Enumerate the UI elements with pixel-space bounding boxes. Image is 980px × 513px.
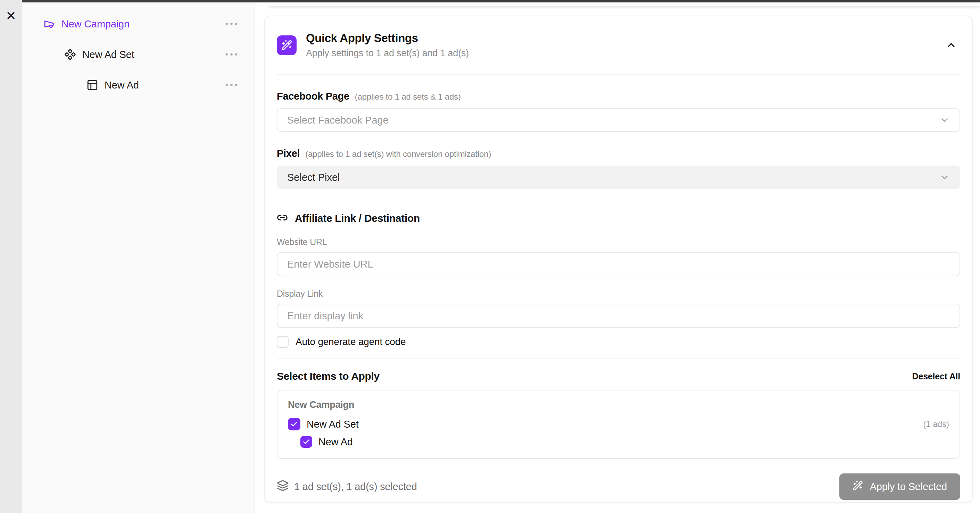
deselect-all-button[interactable]: Deselect All bbox=[912, 372, 960, 381]
selection-summary-text: 1 ad set(s), 1 ad(s) selected bbox=[294, 481, 417, 492]
pixel-label: Pixel bbox=[277, 148, 300, 159]
item-row-new-ad: New Ad bbox=[301, 436, 949, 448]
section-divider bbox=[277, 202, 960, 202]
item-label: New Ad Set bbox=[307, 419, 359, 430]
sidebar-item-new-ad-set[interactable]: New Ad Set ••• bbox=[22, 45, 255, 64]
display-link-input[interactable] bbox=[277, 304, 960, 328]
pixel-hint: (applies to 1 ad set(s) with conversion … bbox=[305, 149, 491, 159]
page-subtitle: Apply settings to 1 ad set(s) and 1 ad(s… bbox=[306, 48, 469, 59]
selection-summary: 1 ad set(s), 1 ad(s) selected bbox=[277, 480, 417, 494]
affiliate-section-heading: Affiliate Link / Destination bbox=[277, 212, 960, 225]
megaphone-icon bbox=[43, 18, 55, 30]
facebook-page-select-value: Select Facebook Page bbox=[287, 114, 388, 126]
select-items-title: Select Items to Apply bbox=[277, 370, 380, 382]
panel-header-text: Quick Apply Settings Apply settings to 1… bbox=[306, 32, 469, 59]
campaign-tree-sidebar: New Campaign ••• New Ad Set ••• New A bbox=[22, 2, 255, 513]
ad-menu-icon[interactable]: ••• bbox=[225, 80, 239, 90]
quick-apply-settings-panel: Quick Apply Settings Apply settings to 1… bbox=[264, 16, 973, 503]
app-root: ✕ New Campaign ••• New Ad Set ••• bbox=[0, 0, 980, 513]
new-ad-set-checkbox[interactable] bbox=[288, 418, 301, 430]
items-tree-box: New Campaign New Ad Set (1 ads) New Ad bbox=[277, 390, 960, 459]
sidebar-item-new-campaign[interactable]: New Campaign ••• bbox=[22, 14, 255, 34]
facebook-page-select[interactable]: Select Facebook Page bbox=[277, 108, 960, 132]
magic-wand-badge-icon bbox=[277, 35, 297, 55]
facebook-page-label: Facebook Page bbox=[277, 91, 349, 102]
auto-generate-label: Auto generate agent code bbox=[296, 336, 406, 348]
check-icon bbox=[290, 420, 298, 428]
close-icon[interactable]: ✕ bbox=[0, 8, 22, 24]
sidebar-item-new-ad[interactable]: New Ad ••• bbox=[22, 75, 255, 95]
chevron-up-icon bbox=[946, 40, 957, 51]
facebook-page-label-row: Facebook Page (applies to 1 ad sets & 1 … bbox=[277, 91, 960, 102]
panel-header: Quick Apply Settings Apply settings to 1… bbox=[277, 16, 960, 75]
component-icon bbox=[64, 49, 76, 60]
auto-generate-checkbox[interactable] bbox=[277, 336, 289, 348]
auto-generate-agent-code-row[interactable]: Auto generate agent code bbox=[277, 335, 960, 349]
item-row-new-ad-set: New Ad Set (1 ads) bbox=[288, 418, 949, 430]
ad-set-menu-icon[interactable]: ••• bbox=[225, 50, 239, 59]
select-items-header: Select Items to Apply Deselect All bbox=[277, 370, 960, 382]
affiliate-heading-text: Affiliate Link / Destination bbox=[295, 213, 420, 224]
item-label: New Ad bbox=[318, 436, 353, 448]
campaign-menu-icon[interactable]: ••• bbox=[225, 19, 239, 29]
chevron-down-icon bbox=[939, 172, 950, 183]
items-campaign-label: New Campaign bbox=[288, 400, 949, 410]
collapse-panel-button[interactable] bbox=[942, 36, 960, 54]
sidebar-item-label: New Ad Set bbox=[82, 49, 134, 60]
magic-wand-icon bbox=[853, 480, 863, 493]
page-title: Quick Apply Settings bbox=[306, 32, 469, 45]
top-dark-strip bbox=[22, 0, 980, 2]
display-link-label: Display Link bbox=[277, 289, 960, 299]
sheet-top-edge bbox=[269, 2, 980, 6]
layers-icon bbox=[277, 480, 289, 494]
new-ad-checkbox[interactable] bbox=[301, 436, 312, 448]
item-ads-count: (1 ads) bbox=[923, 419, 949, 429]
pixel-label-row: Pixel (applies to 1 ad set(s) with conve… bbox=[277, 148, 960, 159]
website-url-label: Website URL bbox=[277, 237, 960, 247]
panel-footer: 1 ad set(s), 1 ad(s) selected Apply to S… bbox=[277, 473, 960, 500]
layout-icon bbox=[86, 79, 98, 91]
link-icon bbox=[277, 212, 288, 225]
section-divider bbox=[277, 358, 960, 359]
close-rail: ✕ bbox=[0, 0, 22, 513]
check-icon bbox=[302, 438, 310, 446]
website-url-input[interactable] bbox=[277, 252, 960, 276]
apply-to-selected-button[interactable]: Apply to Selected bbox=[839, 473, 960, 500]
facebook-page-hint: (applies to 1 ad sets & 1 ads) bbox=[355, 92, 461, 102]
pixel-select[interactable]: Select Pixel bbox=[277, 165, 960, 189]
sidebar-item-label: New Ad bbox=[105, 79, 139, 91]
apply-button-label: Apply to Selected bbox=[870, 481, 947, 492]
chevron-down-icon bbox=[939, 115, 950, 125]
sidebar-item-label: New Campaign bbox=[62, 18, 129, 30]
pixel-select-value: Select Pixel bbox=[287, 172, 340, 183]
